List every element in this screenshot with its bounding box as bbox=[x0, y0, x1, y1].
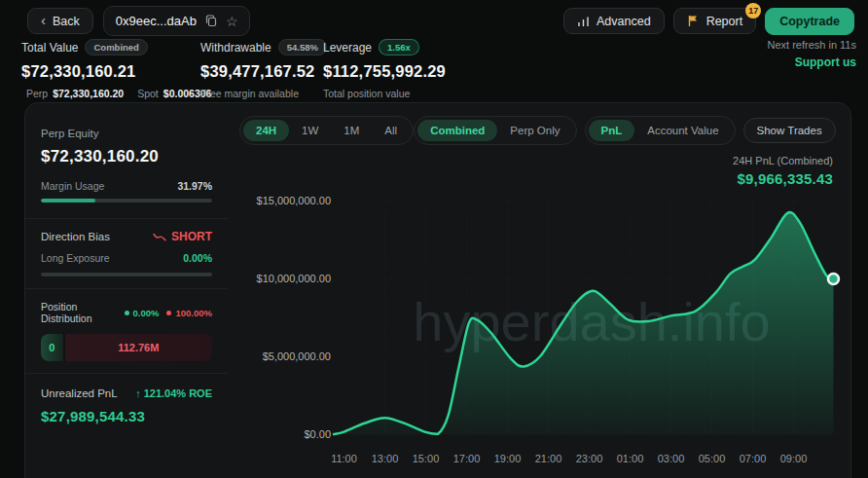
chart-pnl-label: 24H PnL (Combined) bbox=[228, 155, 833, 166]
position-distribution-label: Position Distribution bbox=[41, 301, 117, 324]
position-distribution-bar: 0 112.76M bbox=[41, 334, 212, 361]
y-axis-label: $10,000,000.00 bbox=[257, 273, 331, 284]
total-value-label: Total Value bbox=[21, 41, 78, 55]
x-axis-label: 01:00 bbox=[617, 453, 644, 464]
topbar-actions: Advanced Report 17 Copytrade bbox=[563, 8, 854, 35]
wallet-address: 0x9eec...daAb bbox=[116, 14, 197, 28]
long-exposure-bar bbox=[41, 273, 212, 276]
y-axis-label: $15,000,000.00 bbox=[257, 195, 331, 206]
x-axis-label: 21:00 bbox=[535, 453, 562, 464]
long-exposure-value: 0.00% bbox=[183, 252, 212, 264]
x-axis-label: 07:00 bbox=[740, 453, 767, 464]
tab-perp-only[interactable]: Perp Only bbox=[497, 120, 572, 141]
x-axis-label: 03:00 bbox=[658, 453, 685, 464]
tab-1w[interactable]: 1W bbox=[289, 120, 331, 141]
spot-label: Spot bbox=[137, 88, 159, 99]
combined-badge: Combined bbox=[85, 39, 147, 55]
perp-equity-label: Perp Equity bbox=[41, 128, 212, 139]
margin-usage-fill bbox=[41, 199, 95, 202]
metric-group: PnL Account Value bbox=[585, 116, 736, 145]
short-percent: 100.00% bbox=[166, 308, 212, 318]
top-bar: ‹ Back 0x9eec...daAb ☆ Advanced R bbox=[0, 0, 868, 37]
support-us-link[interactable]: Support us bbox=[767, 55, 856, 69]
tab-1m[interactable]: 1M bbox=[331, 120, 372, 141]
long-percent: 0.00% bbox=[125, 308, 160, 318]
direction-bias-value: SHORT bbox=[153, 230, 212, 243]
direction-bias-label: Direction Bias bbox=[41, 231, 110, 242]
margin-usage-bar bbox=[41, 199, 212, 202]
advanced-button[interactable]: Advanced bbox=[563, 8, 665, 34]
tab-all[interactable]: All bbox=[372, 120, 410, 141]
report-count-badge: 17 bbox=[745, 3, 761, 18]
chart-column: 24H 1W 1M All Combined Perp Only PnL Acc… bbox=[228, 103, 852, 187]
leverage-label: Leverage bbox=[323, 41, 372, 55]
x-axis-label: 17:00 bbox=[453, 453, 481, 464]
copy-icon[interactable] bbox=[205, 15, 217, 27]
flag-icon bbox=[687, 15, 700, 27]
trader-detail-panel: Perp Equity $72,330,160.20 Margin Usage … bbox=[24, 102, 851, 478]
back-button[interactable]: ‹ Back bbox=[27, 8, 93, 34]
x-axis-label: 13:00 bbox=[372, 453, 399, 464]
x-axis-label: 23:00 bbox=[576, 453, 603, 464]
chart-controls: 24H 1W 1M All Combined Perp Only PnL Acc… bbox=[228, 103, 852, 145]
margin-usage-value: 31.97% bbox=[177, 180, 212, 192]
refresh-block: Next refresh in 11s Support us bbox=[767, 39, 856, 99]
short-cell: 112.76M bbox=[65, 334, 212, 361]
short-dot-icon bbox=[166, 311, 171, 315]
roe-value: ↑ 121.04% ROE bbox=[135, 387, 212, 399]
report-button-wrap: Report 17 bbox=[673, 8, 757, 34]
leverage-badge: 1.56x bbox=[379, 39, 419, 55]
tab-combined[interactable]: Combined bbox=[417, 120, 497, 141]
y-axis-label: $0.00 bbox=[304, 428, 331, 440]
perp-equity-value: $72,330,160.20 bbox=[41, 147, 212, 166]
withdrawable-sub: Free margin available bbox=[200, 88, 323, 99]
margin-usage-label: Margin Usage bbox=[41, 180, 104, 192]
perp-equity-section: Perp Equity $72,330,160.20 Margin Usage … bbox=[25, 103, 228, 218]
back-label: Back bbox=[53, 15, 80, 28]
unrealized-pnl-value: $27,989,544.33 bbox=[41, 408, 212, 424]
report-label: Report bbox=[706, 15, 743, 28]
total-value-amount: $72,330,160.21 bbox=[21, 62, 200, 81]
report-button[interactable]: Report bbox=[673, 8, 757, 34]
pnl-area-chart[interactable]: hyperdash.info$15,000,000.00$10,000,000.… bbox=[228, 189, 852, 478]
y-axis-label: $5,000,000.00 bbox=[263, 350, 331, 362]
perp-label: Perp bbox=[26, 88, 48, 99]
total-value-breakdown: Perp $72,330,160.20 Spot $0.006306 bbox=[21, 88, 200, 99]
withdrawable-stat: Withdrawable 54.58% $39,477,167.52 Free … bbox=[200, 39, 323, 99]
direction-bias-section: Direction Bias SHORT Long Exposure 0.00% bbox=[25, 219, 228, 288]
bar-chart-icon bbox=[577, 16, 590, 27]
x-axis-label: 09:00 bbox=[780, 453, 808, 464]
long-cell: 0 bbox=[41, 334, 65, 361]
x-axis-label: 19:00 bbox=[494, 453, 522, 464]
position-distribution-section: Position Distribution 0.00% 100.00% 0 11… bbox=[25, 289, 228, 373]
unrealized-pnl-label: Unrealized PnL bbox=[41, 387, 118, 399]
leverage-stat: Leverage 1.56x $112,755,992.29 Total pos… bbox=[323, 39, 446, 99]
tab-account-value[interactable]: Account Value bbox=[634, 120, 731, 141]
pnl-area-fill bbox=[334, 212, 834, 434]
time-range-group: 24H 1W 1M All bbox=[239, 116, 414, 145]
advanced-label: Advanced bbox=[597, 15, 651, 28]
x-axis-label: 05:00 bbox=[699, 453, 726, 464]
withdrawable-label: Withdrawable bbox=[200, 41, 271, 55]
x-axis-label: 11:00 bbox=[331, 453, 357, 464]
mode-group: Combined Perp Only bbox=[414, 116, 576, 145]
total-value-stat: Total Value Combined $72,330,160.21 Perp… bbox=[21, 39, 200, 99]
tab-pnl[interactable]: PnL bbox=[589, 120, 635, 141]
long-exposure-label: Long Exposure bbox=[41, 252, 110, 264]
perp-value: $72,330,160.20 bbox=[53, 88, 124, 99]
star-icon[interactable]: ☆ bbox=[226, 14, 238, 29]
copytrade-button[interactable]: Copytrade bbox=[765, 8, 854, 35]
x-axis-label: 15:00 bbox=[413, 453, 440, 464]
account-stats-row: Total Value Combined $72,330,160.21 Perp… bbox=[21, 39, 856, 99]
withdrawable-amount: $39,477,167.52 bbox=[200, 62, 323, 81]
long-dot-icon bbox=[125, 311, 129, 315]
withdrawable-badge: 54.58% bbox=[278, 39, 327, 55]
leverage-sub: Total position value bbox=[323, 88, 446, 99]
wallet-address-pill[interactable]: 0x9eec...daAb ☆ bbox=[103, 6, 251, 36]
tab-24h[interactable]: 24H bbox=[243, 120, 289, 141]
refresh-countdown: Next refresh in 11s bbox=[767, 39, 856, 51]
account-summary-column: Perp Equity $72,330,160.20 Margin Usage … bbox=[25, 103, 228, 436]
chart-mode-controls: Combined Perp Only PnL Account Value Sho… bbox=[414, 116, 836, 145]
show-trades-button[interactable]: Show Trades bbox=[743, 118, 836, 143]
leverage-amount: $112,755,992.29 bbox=[323, 62, 446, 81]
